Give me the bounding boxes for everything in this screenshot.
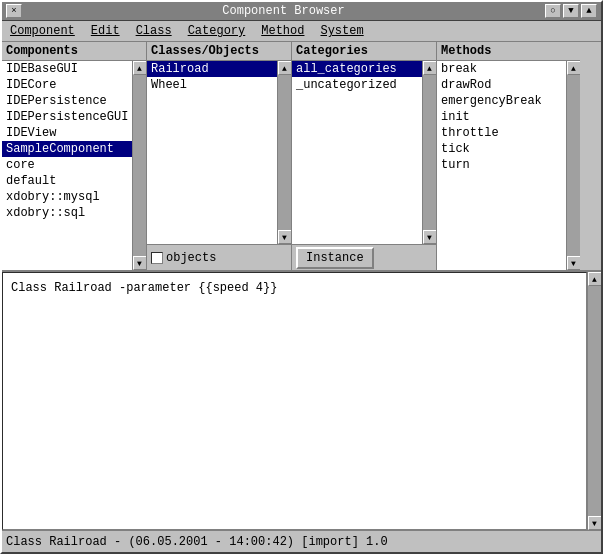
categories-footer: Instance [292,244,436,270]
scroll-up-btn[interactable]: ▲ [588,272,602,286]
code-area[interactable]: Class Railroad -parameter {{speed 4}} [2,272,587,530]
scroll-track[interactable] [278,75,291,230]
list-item[interactable]: default [2,173,132,189]
panel-classes: Classes/Objects Railroad Wheel ▲ ▼ [147,42,292,270]
menu-system[interactable]: System [316,23,367,39]
classes-list: Railroad Wheel [147,61,277,244]
scroll-up-btn[interactable]: ▲ [423,61,437,75]
checkbox[interactable] [151,252,163,264]
list-item[interactable]: break [437,61,566,77]
menu-edit[interactable]: Edit [87,23,124,39]
components-list: IDEBaseGUI IDECore IDEPersistence IDEPer… [2,61,132,270]
menu-category[interactable]: Category [184,23,250,39]
list-item[interactable]: turn [437,157,566,173]
window-title: Component Browser [22,4,545,18]
list-item[interactable]: tick [437,141,566,157]
menu-method[interactable]: Method [257,23,308,39]
list-item[interactable]: IDEBaseGUI [2,61,132,77]
categories-scrollbar[interactable]: ▲ ▼ [422,61,436,244]
list-item[interactable]: init [437,109,566,125]
objects-checkbox[interactable]: objects [151,251,216,265]
restore-button[interactable]: ▲ [581,4,597,18]
methods-header: Methods [437,42,580,61]
classes-scrollbar[interactable]: ▲ ▼ [277,61,291,244]
scroll-up-btn[interactable]: ▲ [133,61,147,75]
components-header: Components [2,42,146,61]
list-item[interactable]: IDEPersistenceGUI [2,109,132,125]
list-item[interactable]: IDEView [2,125,132,141]
objects-label: objects [166,251,216,265]
list-item[interactable]: IDECore [2,77,132,93]
methods-scrollbar[interactable]: ▲ ▼ [566,61,580,270]
scroll-track[interactable] [588,286,601,516]
list-item-selected[interactable]: Railroad [147,61,277,77]
menu-bar: Component Edit Class Category Method Sys… [2,21,601,42]
list-item[interactable]: _uncategorized [292,77,422,93]
panel-methods: Methods break drawRod emergencyBreak ini… [437,42,580,270]
list-item[interactable]: xdobry::sql [2,205,132,221]
panel-categories: Categories all_categories _uncategorized… [292,42,437,270]
list-item[interactable]: IDEPersistence [2,93,132,109]
categories-header: Categories [292,42,436,61]
scroll-down-btn[interactable]: ▼ [423,230,437,244]
list-item[interactable]: Wheel [147,77,277,93]
categories-list: all_categories _uncategorized [292,61,422,244]
scroll-down-btn[interactable]: ▼ [567,256,581,270]
classes-header: Classes/Objects [147,42,291,61]
scroll-up-btn[interactable]: ▲ [278,61,292,75]
scroll-down-btn[interactable]: ▼ [278,230,292,244]
panel-components: Components IDEBaseGUI IDECore IDEPersist… [2,42,147,270]
minimize-button[interactable]: ○ [545,4,561,18]
main-window: × Component Browser ○ ▼ ▲ Component Edit… [0,0,603,554]
main-area: Components IDEBaseGUI IDECore IDEPersist… [2,42,601,552]
menu-class[interactable]: Class [132,23,176,39]
list-item[interactable]: emergencyBreak [437,93,566,109]
components-scrollbar[interactable]: ▲ ▼ [132,61,146,270]
scroll-track[interactable] [423,75,436,230]
list-item-selected[interactable]: all_categories [292,61,422,77]
instance-button[interactable]: Instance [296,247,374,269]
list-item[interactable]: drawRod [437,77,566,93]
code-content: Class Railroad -parameter {{speed 4}} [7,277,582,299]
close-button[interactable]: × [6,4,22,18]
scroll-down-btn[interactable]: ▼ [588,516,602,530]
scroll-up-btn[interactable]: ▲ [567,61,581,75]
list-item[interactable]: xdobry::mysql [2,189,132,205]
scroll-track[interactable] [567,75,580,256]
status-text: Class Railroad - (06.05.2001 - 14:00:42)… [6,535,388,549]
classes-footer: objects [147,244,291,270]
title-bar: × Component Browser ○ ▼ ▲ [2,2,601,21]
scroll-down-btn[interactable]: ▼ [133,256,147,270]
menu-component[interactable]: Component [6,23,79,39]
scroll-track[interactable] [133,75,146,256]
methods-list: break drawRod emergencyBreak init thrott… [437,61,566,270]
status-bar: Class Railroad - (06.05.2001 - 14:00:42)… [2,530,601,552]
panels-row: Components IDEBaseGUI IDECore IDEPersist… [2,42,601,272]
bottom-area: Class Railroad -parameter {{speed 4}} ▲ … [2,272,601,552]
list-item[interactable]: throttle [437,125,566,141]
maximize-button[interactable]: ▼ [563,4,579,18]
list-item[interactable]: core [2,157,132,173]
textarea-scrollbar[interactable]: ▲ ▼ [587,272,601,530]
list-item-selected[interactable]: SampleComponent [2,141,132,157]
